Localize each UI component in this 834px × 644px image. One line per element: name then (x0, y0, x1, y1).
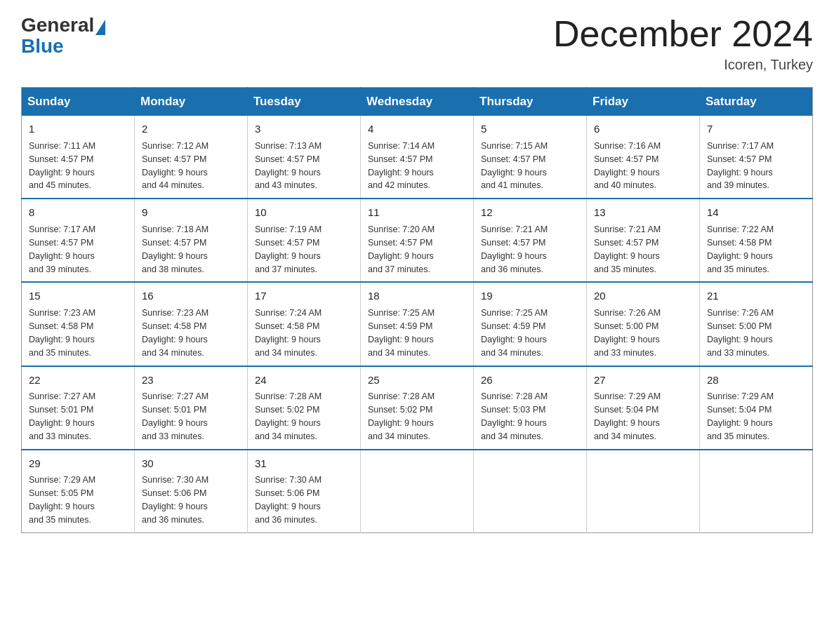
logo-arrow-icon (95, 20, 105, 35)
logo-blue-part (94, 18, 105, 33)
calendar-cell (474, 450, 587, 533)
day-info: Sunrise: 7:21 AMSunset: 4:57 PMDaylight:… (481, 224, 548, 274)
day-number: 24 (255, 373, 355, 388)
calendar-cell: 15 Sunrise: 7:23 AMSunset: 4:58 PMDaylig… (22, 282, 135, 365)
day-number: 16 (142, 288, 241, 304)
day-number: 13 (594, 205, 694, 220)
day-info: Sunrise: 7:29 AMSunset: 5:04 PMDaylight:… (707, 391, 774, 441)
day-info: Sunrise: 7:14 AMSunset: 4:57 PMDaylight:… (368, 141, 435, 191)
day-number: 19 (481, 288, 581, 304)
day-number: 27 (594, 373, 694, 388)
day-info: Sunrise: 7:18 AMSunset: 4:57 PMDaylight:… (142, 224, 208, 274)
col-friday: Friday (587, 88, 700, 116)
col-tuesday: Tuesday (248, 88, 361, 116)
day-info: Sunrise: 7:21 AMSunset: 4:57 PMDaylight:… (594, 224, 661, 274)
page-header: General Blue December 2024 Icoren, Turke… (21, 14, 813, 73)
calendar-cell (700, 450, 813, 533)
day-number: 21 (707, 288, 807, 304)
col-wednesday: Wednesday (361, 88, 474, 116)
day-info: Sunrise: 7:29 AMSunset: 5:04 PMDaylight:… (594, 391, 661, 441)
calendar-cell: 19 Sunrise: 7:25 AMSunset: 4:59 PMDaylig… (474, 282, 587, 365)
calendar-cell: 2 Sunrise: 7:12 AMSunset: 4:57 PMDayligh… (135, 116, 248, 199)
calendar-cell: 10 Sunrise: 7:19 AMSunset: 4:57 PMDaylig… (248, 199, 361, 282)
day-number: 25 (368, 373, 468, 388)
day-number: 12 (481, 205, 581, 220)
day-info: Sunrise: 7:29 AMSunset: 5:05 PMDaylight:… (29, 475, 95, 525)
day-number: 15 (29, 288, 128, 304)
day-number: 30 (142, 456, 241, 471)
day-info: Sunrise: 7:26 AMSunset: 5:00 PMDaylight:… (594, 308, 661, 358)
day-info: Sunrise: 7:13 AMSunset: 4:57 PMDaylight:… (255, 141, 322, 191)
day-number: 22 (29, 373, 128, 388)
day-number: 23 (142, 373, 241, 388)
calendar-week-1: 1 Sunrise: 7:11 AMSunset: 4:57 PMDayligh… (22, 116, 813, 199)
calendar-cell: 14 Sunrise: 7:22 AMSunset: 4:58 PMDaylig… (700, 199, 813, 282)
day-info: Sunrise: 7:24 AMSunset: 4:58 PMDaylight:… (255, 308, 322, 358)
calendar-cell: 1 Sunrise: 7:11 AMSunset: 4:57 PMDayligh… (22, 116, 135, 199)
day-info: Sunrise: 7:12 AMSunset: 4:57 PMDaylight:… (142, 141, 208, 191)
calendar-cell: 31 Sunrise: 7:30 AMSunset: 5:06 PMDaylig… (248, 450, 361, 533)
day-info: Sunrise: 7:25 AMSunset: 4:59 PMDaylight:… (368, 308, 435, 358)
day-info: Sunrise: 7:23 AMSunset: 4:58 PMDaylight:… (29, 308, 95, 358)
calendar-cell: 17 Sunrise: 7:24 AMSunset: 4:58 PMDaylig… (248, 282, 361, 365)
day-number: 2 (142, 121, 241, 137)
calendar-cell: 21 Sunrise: 7:26 AMSunset: 5:00 PMDaylig… (700, 282, 813, 365)
calendar-cell: 13 Sunrise: 7:21 AMSunset: 4:57 PMDaylig… (587, 199, 700, 282)
day-number: 17 (255, 288, 355, 304)
day-number: 14 (707, 205, 807, 220)
day-number: 20 (594, 288, 694, 304)
day-number: 6 (594, 121, 694, 137)
day-info: Sunrise: 7:28 AMSunset: 5:02 PMDaylight:… (255, 391, 322, 441)
calendar-cell: 3 Sunrise: 7:13 AMSunset: 4:57 PMDayligh… (248, 116, 361, 199)
day-info: Sunrise: 7:27 AMSunset: 5:01 PMDaylight:… (142, 391, 208, 441)
day-number: 4 (368, 121, 468, 137)
day-number: 7 (707, 121, 807, 137)
day-info: Sunrise: 7:30 AMSunset: 5:06 PMDaylight:… (142, 475, 208, 525)
calendar-cell (587, 450, 700, 533)
calendar-cell: 4 Sunrise: 7:14 AMSunset: 4:57 PMDayligh… (361, 116, 474, 199)
day-info: Sunrise: 7:22 AMSunset: 4:58 PMDaylight:… (707, 224, 774, 274)
col-sunday: Sunday (22, 88, 135, 116)
calendar-cell: 28 Sunrise: 7:29 AMSunset: 5:04 PMDaylig… (700, 366, 813, 450)
day-number: 31 (255, 456, 355, 471)
logo-text: General (21, 14, 105, 36)
day-number: 10 (255, 205, 355, 220)
col-monday: Monday (135, 88, 248, 116)
col-saturday: Saturday (700, 88, 813, 116)
calendar-cell: 20 Sunrise: 7:26 AMSunset: 5:00 PMDaylig… (587, 282, 700, 365)
calendar-week-4: 22 Sunrise: 7:27 AMSunset: 5:01 PMDaylig… (22, 366, 813, 450)
calendar-week-5: 29 Sunrise: 7:29 AMSunset: 5:05 PMDaylig… (22, 450, 813, 533)
day-info: Sunrise: 7:26 AMSunset: 5:00 PMDaylight:… (707, 308, 774, 358)
calendar-cell: 12 Sunrise: 7:21 AMSunset: 4:57 PMDaylig… (474, 199, 587, 282)
day-number: 28 (707, 373, 807, 388)
calendar-cell: 8 Sunrise: 7:17 AMSunset: 4:57 PMDayligh… (22, 199, 135, 282)
calendar-cell: 18 Sunrise: 7:25 AMSunset: 4:59 PMDaylig… (361, 282, 474, 365)
col-thursday: Thursday (474, 88, 587, 116)
calendar-cell: 30 Sunrise: 7:30 AMSunset: 5:06 PMDaylig… (135, 450, 248, 533)
calendar-cell: 7 Sunrise: 7:17 AMSunset: 4:57 PMDayligh… (700, 116, 813, 199)
day-number: 26 (481, 373, 581, 388)
logo-blue-text: Blue (21, 35, 64, 58)
day-number: 18 (368, 288, 468, 304)
logo-general-text: General (21, 14, 94, 36)
day-info: Sunrise: 7:28 AMSunset: 5:02 PMDaylight:… (368, 391, 435, 441)
day-info: Sunrise: 7:30 AMSunset: 5:06 PMDaylight:… (255, 475, 322, 525)
day-info: Sunrise: 7:19 AMSunset: 4:57 PMDaylight:… (255, 224, 322, 274)
calendar-cell: 9 Sunrise: 7:18 AMSunset: 4:57 PMDayligh… (135, 199, 248, 282)
calendar-cell: 5 Sunrise: 7:15 AMSunset: 4:57 PMDayligh… (474, 116, 587, 199)
day-info: Sunrise: 7:20 AMSunset: 4:57 PMDaylight:… (368, 224, 435, 274)
calendar-body: 1 Sunrise: 7:11 AMSunset: 4:57 PMDayligh… (22, 116, 813, 532)
calendar-cell: 29 Sunrise: 7:29 AMSunset: 5:05 PMDaylig… (22, 450, 135, 533)
calendar-cell: 22 Sunrise: 7:27 AMSunset: 5:01 PMDaylig… (22, 366, 135, 450)
day-number: 3 (255, 121, 355, 137)
day-info: Sunrise: 7:16 AMSunset: 4:57 PMDaylight:… (594, 141, 661, 191)
calendar-cell (361, 450, 474, 533)
day-info: Sunrise: 7:17 AMSunset: 4:57 PMDaylight:… (29, 224, 95, 274)
calendar-cell: 27 Sunrise: 7:29 AMSunset: 5:04 PMDaylig… (587, 366, 700, 450)
day-info: Sunrise: 7:27 AMSunset: 5:01 PMDaylight:… (29, 391, 95, 441)
day-info: Sunrise: 7:17 AMSunset: 4:57 PMDaylight:… (707, 141, 774, 191)
day-number: 1 (29, 121, 128, 137)
calendar-cell: 24 Sunrise: 7:28 AMSunset: 5:02 PMDaylig… (248, 366, 361, 450)
day-info: Sunrise: 7:25 AMSunset: 4:59 PMDaylight:… (481, 308, 548, 358)
calendar-week-3: 15 Sunrise: 7:23 AMSunset: 4:58 PMDaylig… (22, 282, 813, 365)
